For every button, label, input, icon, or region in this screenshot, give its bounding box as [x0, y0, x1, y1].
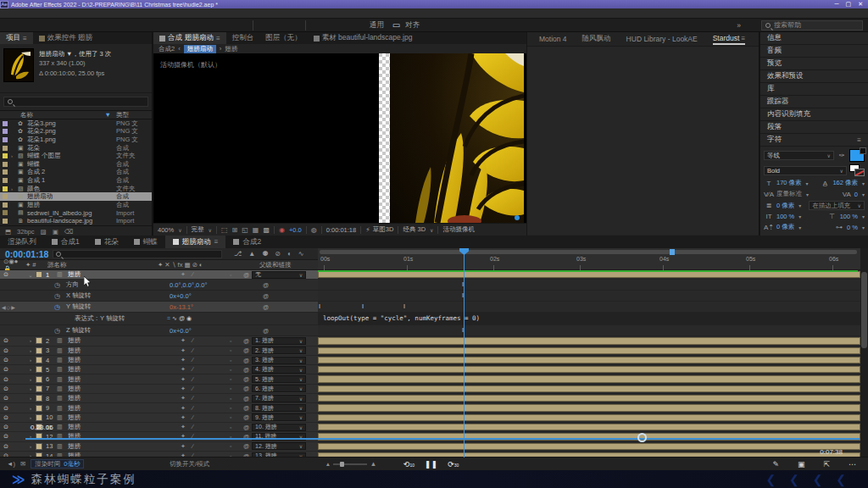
tab-footage[interactable]: 素材 beautiful-landscape.jpg	[308, 32, 419, 44]
keyframe-navigator[interactable]: ◀◇▶	[2, 304, 16, 310]
layer-switches[interactable]: ✦ ∕	[181, 337, 230, 344]
label-color-swatch[interactable]	[3, 186, 8, 191]
panel-header-跟踪器[interactable]: 跟踪器	[760, 96, 868, 108]
layer-name[interactable]: 翅膀	[68, 394, 181, 402]
parent-dropdown[interactable]: 无∨	[252, 271, 306, 279]
align-icon[interactable]: ▭	[389, 19, 403, 31]
motion-blur-switch[interactable]: ▫	[230, 367, 243, 373]
layer-label-swatch[interactable]	[36, 357, 42, 363]
pick-whip-icon[interactable]: @	[243, 443, 249, 449]
channel-icon[interactable]: ◉	[279, 226, 285, 234]
timeline-search-box[interactable]	[53, 250, 222, 258]
project-file-row[interactable]: ▣ 合成 1 合成	[0, 176, 152, 185]
stroke-fill-mode-dropdown[interactable]: 在描边上填充∨	[809, 201, 865, 210]
dolly-camera-tool[interactable]	[90, 19, 104, 31]
playhead-line[interactable]	[464, 248, 465, 458]
project-bpc-button[interactable]: 32bpc	[17, 228, 34, 236]
plugin-tab[interactable]: Motion 4	[539, 35, 567, 43]
pencil-icon[interactable]: ✎	[772, 460, 779, 469]
layer-label-swatch[interactable]	[36, 395, 42, 402]
column-name[interactable]: 名称	[0, 111, 105, 119]
layer-expander-icon[interactable]: ›	[25, 358, 36, 363]
timeline-layer-row[interactable]: ⊙ › 4 ▥ 翅膀 ✦ ∕ ▫ @ 3. 翅膀∨	[0, 356, 868, 365]
parent-dropdown[interactable]: 9. 翅膀∨	[252, 413, 306, 421]
layer-expander-icon[interactable]: ›	[25, 415, 36, 420]
roto-brush-tool[interactable]	[220, 19, 234, 31]
breadcrumb-current-comp[interactable]: 翅膀扇动	[184, 45, 216, 53]
project-file-row[interactable]: 🗎 beautiful-landscape.jpg Import	[0, 217, 152, 225]
motion-blur-switch[interactable]: ▫	[230, 272, 243, 278]
snapshot-camera-icon[interactable]: ◍	[311, 226, 317, 234]
panel-menu-icon[interactable]: ≡	[739, 35, 745, 42]
layer-duration-bar[interactable]	[318, 404, 860, 411]
keyframe-marker[interactable]: Ι	[362, 303, 364, 309]
project-search-box[interactable]	[3, 97, 148, 107]
safe-margins-icon[interactable]: ⬚	[221, 226, 228, 234]
timeline-layer-row[interactable]: ⊙ › 12 ▥ 翅膀 ✦ ∕ ▫ @ 11. 翅膀∨	[0, 432, 868, 441]
layer-switches[interactable]: ✦ ∕	[181, 385, 230, 392]
layer-switches[interactable]: ✦ ∕	[181, 366, 230, 373]
type-tool[interactable]	[162, 19, 176, 31]
timeline-tab[interactable]: 合成1	[44, 236, 87, 248]
project-file-row[interactable]: ▣ 蝴蝶 合成	[0, 160, 152, 169]
panel-header-信息[interactable]: 信息	[760, 32, 868, 45]
timeline-layer-row[interactable]: ⊙ › 13 ▥ 翅膀 ✦ ∕ ▫ @ 12. 翅膀∨	[0, 442, 868, 452]
selection-tool[interactable]	[18, 19, 32, 31]
panel-header-character[interactable]: 字符≡	[760, 134, 868, 147]
motion-blur-switch[interactable]: ▫	[230, 405, 243, 411]
layer-label-swatch[interactable]	[36, 405, 42, 412]
visibility-eye-icon[interactable]: ⊙	[0, 443, 12, 450]
font-size-value[interactable]: 170 像素	[776, 179, 802, 187]
parent-dropdown[interactable]: 12. 翅膀∨	[252, 442, 306, 450]
motion-blur-switch[interactable]: ▫	[230, 376, 243, 382]
layer-duration-bar[interactable]	[318, 424, 860, 430]
layer-switches[interactable]: ✦ ∕	[181, 395, 230, 402]
panel-header-内容识别填充[interactable]: 内容识别填充	[760, 108, 868, 121]
timeline-layer-row[interactable]: ⊙ › 11 ▥ 翅膀 ✦ ∕ ▫ @ 10. 翅膀∨	[0, 423, 868, 432]
panel-menu-icon[interactable]: ≡	[216, 35, 220, 42]
project-column-header[interactable]: 名称 ▼ 类型	[0, 110, 152, 119]
stopwatch-icon[interactable]: ◷	[54, 303, 60, 311]
project-file-row[interactable]: ▤ sedrwei_IN_albedo.jpg Import	[0, 209, 152, 218]
viewer-timecode[interactable]: 0:00:01:18	[326, 226, 356, 234]
expression-pick-whip-icon[interactable]: @	[179, 315, 186, 321]
rewind-10-button[interactable]: ⟲10	[403, 460, 415, 469]
layer-name[interactable]: 翅膀	[68, 365, 181, 374]
fast-draft-dropdown[interactable]: ⚡草图3D	[365, 225, 393, 234]
stopwatch-icon[interactable]: ◷	[54, 327, 60, 335]
plugin-tab[interactable]: Stardust ≡	[713, 34, 746, 45]
timeline-layer-row[interactable]: ⊙ › 8 ▥ 翅膀 ✦ ∕ ▫ @ 7. 翅膀∨	[0, 394, 868, 403]
expression-text[interactable]: loopOut(type = "cycle", numKeyframes = 0…	[323, 314, 480, 322]
layer-name[interactable]: 翅膀	[68, 347, 181, 355]
home-tool[interactable]	[3, 19, 18, 31]
speaker-icon[interactable]: ◄)	[7, 460, 15, 468]
label-color-swatch[interactable]	[3, 137, 8, 142]
tab-console[interactable]: 控制台	[226, 32, 260, 44]
layer-expander-icon[interactable]: ›	[25, 386, 36, 391]
more-options-icon[interactable]: ⋯	[849, 460, 856, 469]
timeline-layer-row[interactable]: ⊙ › 5 ▥ 翅膀 ✦ ∕ ▫ @ 4. 翅膀∨	[0, 365, 868, 374]
label-color-swatch[interactable]	[3, 178, 8, 183]
layer-name[interactable]: 翅膀	[68, 375, 181, 384]
parent-dropdown[interactable]: 2. 翅膀∨	[252, 347, 306, 354]
pick-whip-icon[interactable]: @	[243, 396, 249, 402]
visibility-eye-icon[interactable]: ⊙	[0, 376, 12, 383]
pick-whip-icon[interactable]: @	[243, 376, 249, 382]
leading-value[interactable]: 162 像素	[832, 179, 858, 187]
expression-language-icon[interactable]: ◉	[186, 315, 193, 321]
property-value[interactable]: 0.0°,0.0°,0.0°	[170, 281, 207, 289]
close-button[interactable]: ✕	[858, 1, 863, 8]
panel-menu-icon[interactable]: ≡	[857, 136, 861, 144]
layer-name[interactable]: 翅膀	[68, 356, 181, 364]
time-ruler[interactable]: 00s01s02s03s04s05s06s	[318, 248, 860, 270]
stopwatch-icon[interactable]: ◷	[54, 281, 60, 289]
quick-pan-tool[interactable]	[325, 19, 339, 31]
layer-label-swatch[interactable]	[36, 337, 42, 344]
property-name[interactable]: Z 轴旋转	[66, 326, 91, 335]
layer-name[interactable]: 翅膀	[68, 385, 181, 393]
rotation-tool[interactable]	[104, 19, 119, 31]
resolution-dropdown[interactable]: 完整∨	[192, 225, 212, 234]
panel-menu-icon[interactable]: ≡	[23, 35, 27, 42]
parent-dropdown[interactable]: 5. 翅膀∨	[252, 375, 306, 383]
motion-blur-switch[interactable]: ▫	[230, 385, 243, 391]
